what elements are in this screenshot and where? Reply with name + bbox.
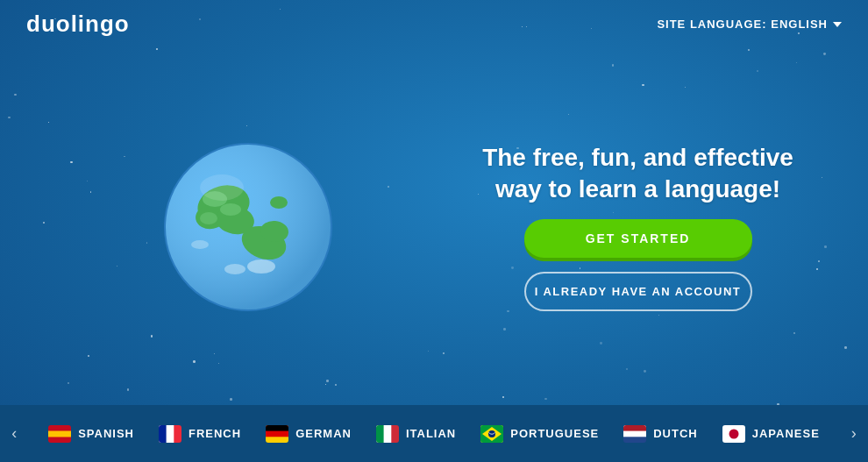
cta-section: The free, fun, and effective way to lear…	[443, 142, 868, 312]
svg-rect-28	[376, 425, 384, 443]
language-item-dutch[interactable]: DUTCH	[623, 425, 698, 443]
svg-point-7	[270, 196, 288, 209]
tagline: The free, fun, and effective way to lear…	[472, 142, 805, 206]
svg-point-38	[729, 429, 738, 438]
site-language-selector[interactable]: SITE LANGUAGE: ENGLISH	[657, 18, 842, 31]
svg-point-11	[247, 259, 275, 274]
language-label-japanese: JAPANESE	[752, 427, 820, 440]
language-item-portuguese[interactable]: PORTUGUESE	[480, 425, 599, 443]
flag-japanese	[722, 425, 745, 443]
globe-container	[160, 139, 336, 315]
flag-spanish	[48, 425, 71, 443]
get-started-button[interactable]: GET STARTED	[524, 219, 752, 258]
language-item-japanese[interactable]: JAPANESE	[722, 425, 820, 443]
language-item-italian[interactable]: ITALIAN	[376, 425, 456, 443]
svg-rect-36	[623, 425, 646, 431]
flag-italian	[376, 425, 399, 443]
globe-illustration	[160, 139, 336, 315]
language-footer: ‹ SPANISH FRENCH	[0, 405, 868, 462]
globe-section	[0, 139, 443, 315]
have-account-button[interactable]: I ALREADY HAVE AN ACCOUNT	[524, 272, 752, 311]
language-label-dutch: DUTCH	[653, 427, 698, 440]
svg-rect-19	[48, 437, 71, 438]
svg-rect-22	[159, 425, 167, 443]
main-content: The free, fun, and effective way to lear…	[0, 48, 868, 405]
svg-rect-25	[266, 425, 288, 431]
svg-point-14	[200, 174, 244, 201]
next-language-button[interactable]: ›	[844, 421, 864, 446]
site-language-label: SITE LANGUAGE: ENGLISH	[657, 18, 828, 31]
language-label-spanish: SPANISH	[78, 427, 134, 440]
svg-point-10	[200, 212, 217, 224]
flag-dutch	[623, 425, 646, 443]
svg-point-9	[220, 203, 241, 216]
svg-rect-18	[48, 430, 71, 431]
language-label-portuguese: PORTUGUESE	[510, 427, 599, 440]
language-item-german[interactable]: GERMAN	[266, 425, 352, 443]
prev-language-button[interactable]: ‹	[4, 421, 24, 446]
logo: duolingo	[26, 11, 130, 38]
flag-french	[159, 425, 181, 443]
flag-portuguese	[480, 425, 503, 443]
language-item-spanish[interactable]: SPANISH	[48, 425, 134, 443]
language-label-italian: ITALIAN	[406, 427, 456, 440]
language-label-french: FRENCH	[189, 427, 241, 440]
chevron-down-icon	[833, 22, 842, 27]
flag-german	[266, 425, 288, 443]
svg-point-13	[191, 240, 209, 249]
svg-point-12	[224, 264, 245, 274]
language-label-german: GERMAN	[295, 427, 352, 440]
language-item-french[interactable]: FRENCH	[159, 425, 241, 443]
header: duolingo SITE LANGUAGE: ENGLISH	[0, 0, 868, 48]
